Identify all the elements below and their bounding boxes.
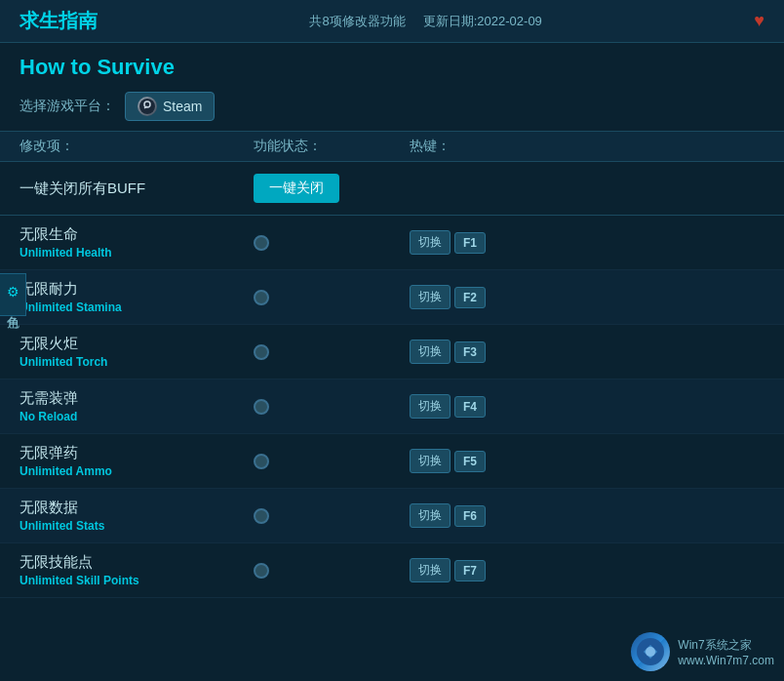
mod-name-zh-6: 无限技能点 [20,553,254,572]
table-row: 无限弹药 Unlimited Ammo 切换 F5 [0,434,784,489]
mod-name-zh-3: 无需装弹 [20,389,254,408]
col-hotkey-header: 热键： [410,138,527,155]
mod-name-en-4: Unlimited Ammo [20,464,254,478]
mod-name-zh-4: 无限弹药 [20,444,254,462]
table-row: 无限生命 Unlimited Health 切换 F1 [0,216,784,270]
toggle-circle-3[interactable] [254,399,269,415]
toggle-circle-0[interactable] [254,235,269,251]
table-row: 无限火炬 Unlimited Torch 切换 F3 [0,325,784,380]
mod-count: 共8项修改器功能 更新日期:2022-02-09 [309,13,541,30]
watermark-text2: www.Win7m7.com [678,654,774,667]
col-mod-header: 修改项： [20,138,254,155]
toggle-circle-2[interactable] [254,344,269,360]
mod-hotkey-area-6: 切换 F7 [410,558,527,582]
mod-name-en-3: No Reload [20,410,254,423]
mod-hotkey-area-1: 切换 F2 [410,285,527,309]
favorite-icon[interactable]: ♥ [754,11,764,31]
hotkey-switch-5[interactable]: 切换 [410,503,451,528]
mod-hotkey-area-4: 切换 F5 [410,449,527,473]
toggle-circle-1[interactable] [254,290,269,305]
side-tab[interactable]: ⚙ 角色 [0,273,26,316]
toggle-circle-4[interactable] [254,454,269,469]
table-row: 无限技能点 Unlimited Skill Points 切换 F7 [0,543,784,598]
table-row: 无限耐力 Unlimited Stamina 切换 F2 [0,270,784,325]
hotkey-switch-3[interactable]: 切换 [410,394,451,419]
column-headers: 修改项： 功能状态： 热键： [0,131,784,162]
hotkey-switch-1[interactable]: 切换 [410,285,451,309]
mod-name-en-0: Unlimited Health [20,246,254,260]
mod-names-3: 无需装弹 No Reload [20,389,254,423]
col-status-header: 功能状态： [254,138,410,155]
mod-name-zh-2: 无限火炬 [20,335,254,353]
watermark-text-area: Win7系统之家 www.Win7m7.com [678,637,774,667]
onekey-button[interactable]: 一键关闭 [254,174,339,203]
hotkey-key-0: F1 [454,232,486,254]
mod-name-en-6: Unlimited Skill Points [20,574,254,587]
table-row: 无限数据 Unlimited Stats 切换 F6 [0,489,784,543]
mod-list: 无限生命 Unlimited Health 切换 F1 无限耐力 Unlimit… [0,216,784,598]
mod-toggle-area-0 [254,235,410,251]
app-title: 求生指南 [20,8,98,34]
mod-toggle-area-5 [254,508,410,524]
onekey-section: 一键关闭所有BUFF 一键关闭 [0,162,784,216]
steam-icon [137,97,157,116]
header: 求生指南 共8项修改器功能 更新日期:2022-02-09 ♥ [0,0,784,43]
game-title: How to Survive [0,43,784,86]
mod-name-en-2: Unlimited Torch [20,355,254,369]
mod-name-en-5: Unlimited Stats [20,519,254,533]
mod-names-5: 无限数据 Unlimited Stats [20,499,254,533]
watermark: Win7系统之家 www.Win7m7.com [631,632,774,671]
hotkey-switch-6[interactable]: 切换 [410,558,451,582]
mod-name-en-1: Unlimited Stamina [20,300,254,314]
mod-name-zh-0: 无限生命 [20,225,254,244]
table-row: 无需装弹 No Reload 切换 F4 [0,380,784,434]
mod-toggle-area-3 [254,399,410,415]
side-tab-icon: ⚙ [5,284,20,300]
mod-name-zh-1: 无限耐力 [20,280,254,299]
hotkey-switch-0[interactable]: 切换 [410,230,451,255]
mod-names-0: 无限生命 Unlimited Health [20,225,254,260]
hotkey-key-1: F2 [454,287,486,308]
mod-toggle-area-6 [254,563,410,579]
toggle-circle-5[interactable] [254,508,269,524]
mod-names-1: 无限耐力 Unlimited Stamina [20,280,254,314]
mod-toggle-area-4 [254,454,410,469]
hotkey-switch-2[interactable]: 切换 [410,340,451,364]
watermark-logo [631,632,670,671]
toggle-circle-6[interactable] [254,563,269,579]
hotkey-key-5: F6 [454,505,486,527]
mod-name-zh-5: 无限数据 [20,499,254,517]
hotkey-key-3: F4 [454,396,486,418]
mod-names-6: 无限技能点 Unlimited Skill Points [20,553,254,587]
hotkey-key-6: F7 [454,560,486,581]
mod-names-4: 无限弹药 Unlimited Ammo [20,444,254,478]
hotkey-switch-4[interactable]: 切换 [410,449,451,473]
hotkey-key-4: F5 [454,451,486,472]
platform-section: 选择游戏平台： Steam [0,86,784,131]
mod-toggle-area-2 [254,344,410,360]
mod-names-2: 无限火炬 Unlimited Torch [20,335,254,369]
hotkey-key-2: F3 [454,341,486,363]
onekey-name: 一键关闭所有BUFF [20,180,254,198]
watermark-text1: Win7系统之家 [678,637,774,654]
mod-toggle-area-1 [254,290,410,305]
platform-label: 选择游戏平台： [20,98,115,115]
mod-hotkey-area-0: 切换 F1 [410,230,527,255]
mod-hotkey-area-2: 切换 F3 [410,340,527,364]
platform-label-text: Steam [163,99,202,114]
svg-point-3 [646,647,655,657]
mod-hotkey-area-5: 切换 F6 [410,503,527,528]
platform-button[interactable]: Steam [125,92,215,121]
mod-hotkey-area-3: 切换 F4 [410,394,527,419]
